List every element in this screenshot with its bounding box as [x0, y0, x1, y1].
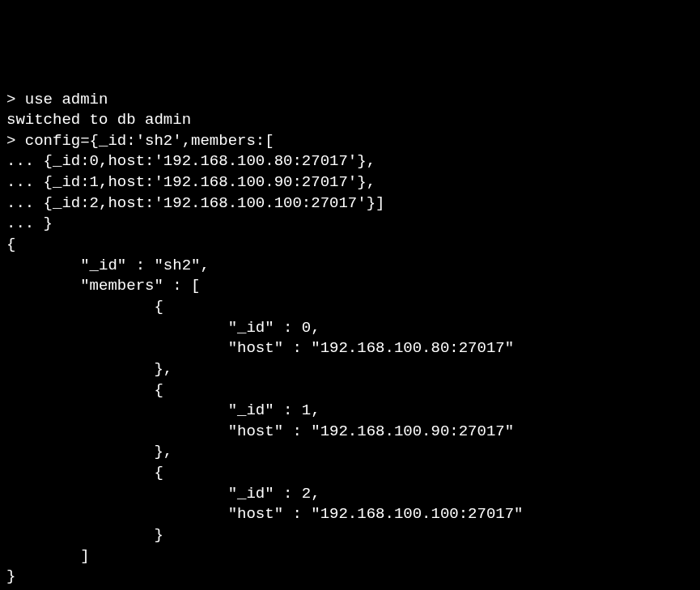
terminal-line: ]: [6, 547, 90, 565]
terminal-line: ... {_id:2,host:'192.168.100.100:27017'}…: [6, 194, 384, 212]
terminal-line: {: [6, 464, 163, 482]
terminal-line: ... {_id:0,host:'192.168.100.80:27017'},: [6, 152, 375, 170]
terminal-line: switched to db admin: [6, 111, 191, 129]
terminal-line: {: [6, 381, 163, 399]
terminal-line: ... }: [6, 214, 53, 232]
terminal-line: ... {_id:1,host:'192.168.100.90:27017'},: [6, 173, 375, 191]
terminal-line: > use admin: [6, 91, 108, 108]
terminal-line: {: [6, 236, 15, 253]
terminal-line: }: [6, 567, 15, 585]
terminal-line: },: [6, 443, 172, 461]
terminal-line: {: [6, 298, 163, 316]
terminal-line: "_id" : "sh2",: [6, 257, 210, 274]
terminal-line: "_id" : 2,: [6, 485, 320, 503]
terminal-line: "_id" : 1,: [6, 401, 320, 419]
terminal-line: "members" : [: [6, 277, 200, 295]
terminal-line: "host" : "192.168.100.80:27017": [6, 339, 514, 357]
terminal-line: "host" : "192.168.100.100:27017": [6, 505, 524, 523]
terminal-line: },: [6, 360, 172, 378]
terminal-line: }: [6, 526, 163, 544]
terminal-line: "host" : "192.168.100.90:27017": [6, 422, 514, 440]
terminal-line: "_id" : 0,: [6, 319, 320, 337]
terminal-line: > config={_id:'sh2',members:[: [6, 132, 274, 150]
terminal-output[interactable]: > use admin switched to db admin > confi…: [6, 90, 694, 590]
